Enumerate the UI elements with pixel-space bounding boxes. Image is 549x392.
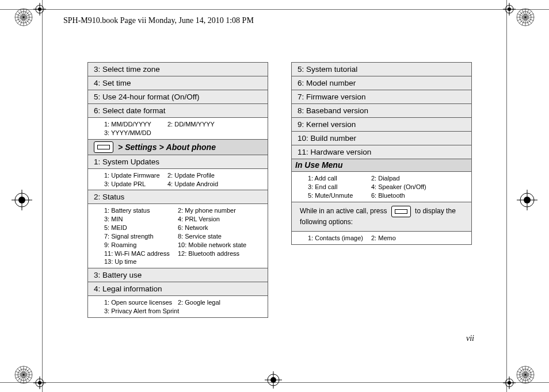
page-header-text: SPH-M910.book Page vii Monday, June 14, … xyxy=(63,16,254,25)
list-item: 5: System tutorial xyxy=(291,62,472,76)
list-item: 9: Kernel version xyxy=(291,118,472,132)
crop-ornament xyxy=(14,7,33,27)
crop-ornament xyxy=(14,365,33,385)
registration-target-small xyxy=(503,376,516,389)
sublist-status: 1: Battery status2: My phone number 3: M… xyxy=(87,204,268,268)
crop-ornament xyxy=(516,7,535,27)
registration-target xyxy=(12,190,32,210)
list-item: 6: Select date format xyxy=(87,104,268,118)
registration-target xyxy=(265,371,282,389)
list-item: 8: Baseband version xyxy=(291,104,472,118)
list-item: 11: Hardware version xyxy=(291,145,472,159)
crop-ornament xyxy=(516,365,535,385)
list-item: 2: Status xyxy=(87,190,268,204)
svg-point-55 xyxy=(270,377,276,383)
svg-point-47 xyxy=(18,197,25,203)
registration-target-small xyxy=(503,3,516,16)
sublist-legal: 1: Open source licenses2: Google legal 3… xyxy=(87,296,268,318)
svg-point-67 xyxy=(38,381,41,385)
registration-target-small xyxy=(33,376,46,389)
left-column: 3: Select time zone 4: Set time 5: Use 2… xyxy=(87,62,268,318)
list-item: 3: Battery use xyxy=(87,268,268,282)
breadcrumb: > Settings > About phone xyxy=(87,140,268,155)
svg-point-51 xyxy=(524,197,531,203)
list-item: 6: Model number xyxy=(291,76,472,90)
note-in-call: While in an active call, press to displa… xyxy=(291,202,472,232)
menu-key-icon xyxy=(94,141,113,153)
sublist-system-updates: 1: Update Firmware2: Update Profile 3: U… xyxy=(87,169,268,191)
registration-target xyxy=(517,190,537,210)
svg-point-59 xyxy=(38,7,41,11)
list-item: 10: Build number xyxy=(291,132,472,145)
svg-point-71 xyxy=(508,381,511,385)
right-column: 5: System tutorial 6: Model number 7: Fi… xyxy=(291,62,472,318)
list-item: 5: Use 24-hour format (On/Off) xyxy=(87,90,268,104)
list-item: 4: Legal information xyxy=(87,282,268,296)
list-item: 4: Set time xyxy=(87,76,268,90)
sublist-date-formats: 1: MM/DD/YYYY2: DD/MM/YYYY 3: YYYY/MM/DD xyxy=(87,118,268,140)
section-header-in-use-menu: In Use Menu xyxy=(291,159,472,172)
sublist-in-use: 1: Add call2: Dialpad 3: End call4: Spea… xyxy=(291,172,472,202)
svg-point-63 xyxy=(508,7,511,11)
list-item: 3: Select time zone xyxy=(87,62,268,76)
list-item: 1: System Updates xyxy=(87,155,268,169)
registration-target-small xyxy=(33,3,46,16)
sublist-contacts: 1: Contacts (image)2: Memo xyxy=(291,232,472,245)
menu-key-icon xyxy=(391,206,411,217)
list-item: 7: Firmware version xyxy=(291,90,472,104)
page-number: vii xyxy=(466,334,474,343)
